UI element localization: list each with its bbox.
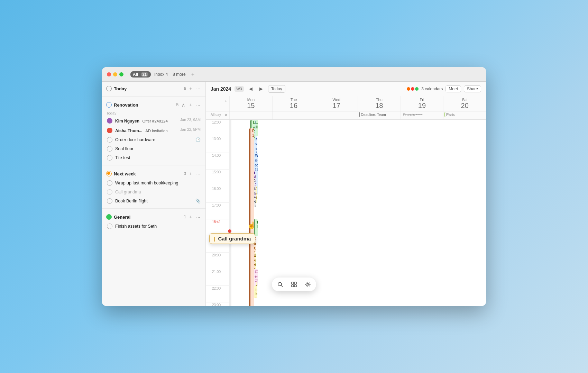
next-week-more-button[interactable]: ··· xyxy=(195,171,201,177)
kim-time: Jan 23, 9AM xyxy=(180,118,201,122)
allday-fri: Francis ~~~ xyxy=(401,111,443,119)
task-circle[interactable] xyxy=(107,189,112,195)
tab-bar: All 21 Inbox 4 8 more xyxy=(130,71,187,78)
day-cell[interactable] xyxy=(231,219,231,236)
day-cell[interactable] xyxy=(231,153,231,170)
sidebar: Today 6 + ··· Renovation 5 ∧ + xyxy=(102,82,206,306)
week-badge: W3 xyxy=(235,86,244,92)
task-label: Call grandma xyxy=(115,190,201,194)
days-header: + Mon 15 Tue 16 Wed 17 Thu xyxy=(206,96,486,111)
task-circle[interactable] xyxy=(107,155,112,161)
task-order-door[interactable]: Order door hardware 🕐 xyxy=(106,135,201,144)
paris-allday-event[interactable]: Paris xyxy=(444,112,485,117)
allday-wed xyxy=(315,111,358,119)
time-gutter xyxy=(222,253,229,269)
prev-week-button[interactable]: ◀ xyxy=(247,85,254,92)
day-cell[interactable] xyxy=(231,302,231,306)
task-finish-assets[interactable]: Finish assets for Seth xyxy=(106,222,201,231)
task-tile-test[interactable]: Tile test xyxy=(106,153,201,162)
time-gutter xyxy=(222,153,229,170)
deadline-event[interactable]: Deadline: Team xyxy=(359,112,399,117)
kim-info: Kim Nguyen Offer #240124 xyxy=(115,118,177,124)
meet-button[interactable]: Meet xyxy=(445,85,461,92)
time-label-1800: 18:41 xyxy=(206,219,222,236)
aisha-subject: AD invitation xyxy=(145,129,168,133)
close-button[interactable] xyxy=(107,72,111,76)
renovation-collapse-button[interactable]: ∧ xyxy=(181,102,186,108)
maximize-button[interactable] xyxy=(119,72,123,76)
general-icon xyxy=(106,214,112,220)
day-cell[interactable] xyxy=(231,269,231,286)
day-cell[interactable] xyxy=(231,136,231,153)
layout-toolbar-button[interactable] xyxy=(289,280,299,289)
next-week-title: Next week xyxy=(114,171,181,176)
next-week-button[interactable]: ▶ xyxy=(258,85,265,92)
today-add-button[interactable]: + xyxy=(188,85,193,92)
francis-event[interactable]: Francis ~~~ xyxy=(402,112,442,117)
time-label-2100: 21:00 xyxy=(206,269,222,286)
conversation-aisha[interactable]: Aisha Thom... AD invitation Jan 22, 5PM xyxy=(106,126,201,135)
task-circle[interactable] xyxy=(107,137,112,143)
task-bookkeeping[interactable]: Wrap up last month bookkeeping xyxy=(106,179,201,188)
time-label-2200: 22:00 xyxy=(206,286,222,302)
kim-avatar xyxy=(107,118,112,124)
dot-red xyxy=(411,87,414,91)
calendars-count[interactable]: 3 calendars xyxy=(421,87,443,91)
attachment-icon: 📎 xyxy=(195,199,201,203)
task-label: Wrap up last month bookkeeping xyxy=(115,181,201,185)
renovation-add-button[interactable]: + xyxy=(188,102,193,108)
traffic-lights xyxy=(107,72,123,76)
calendar-event[interactable]: Tennis18:00 xyxy=(254,219,258,236)
tab-inbox[interactable]: Inbox 4 xyxy=(153,71,169,78)
task-label: Book Berlin flight xyxy=(115,199,193,203)
task-circle[interactable] xyxy=(107,180,112,186)
day-cell[interactable] xyxy=(231,253,231,269)
tab-all[interactable]: All 21 xyxy=(130,71,151,78)
allday-x[interactable]: ✕ xyxy=(222,111,229,119)
task-label: Seal floor xyxy=(115,146,201,151)
calendar-header: Jan 2024 W3 ◀ ▶ Today 3 calendars Meet S… xyxy=(206,82,486,96)
share-button[interactable]: Share xyxy=(464,85,481,92)
day-header-fri19: Fri 19 xyxy=(401,96,443,111)
add-allday-button[interactable]: + xyxy=(222,96,229,103)
day-cell[interactable] xyxy=(231,236,231,253)
search-toolbar-button[interactable] xyxy=(275,280,285,289)
clock-icon: 🕐 xyxy=(195,137,201,142)
day-cell[interactable] xyxy=(231,170,231,186)
day-cell[interactable] xyxy=(231,120,231,136)
dot-orange xyxy=(407,87,410,91)
next-week-add-button[interactable]: + xyxy=(188,171,193,177)
renovation-section: Renovation 5 ∧ + ··· Today Kim Nguyen Of… xyxy=(102,98,205,164)
today-button[interactable]: Today xyxy=(268,85,285,93)
task-call-grandma[interactable]: Call grandma xyxy=(106,188,201,197)
calendar-dots xyxy=(407,87,419,91)
day-cell[interactable] xyxy=(231,286,231,302)
conversation-kim[interactable]: Kim Nguyen Offer #240124 Jan 23, 9AM xyxy=(106,116,201,126)
calendar-event[interactable]: Paris12:30 xyxy=(249,128,254,306)
minimize-button[interactable] xyxy=(113,72,117,76)
general-more-button[interactable]: ··· xyxy=(195,214,201,220)
add-tab-button[interactable]: + xyxy=(191,71,194,78)
tab-more[interactable]: 8 more xyxy=(171,71,187,78)
allday-thu: Deadline: Team xyxy=(358,111,401,119)
today-count-badge: 6 xyxy=(184,86,186,91)
aisha-name: Aisha Thom... xyxy=(115,128,143,133)
day-cell[interactable] xyxy=(231,186,231,203)
task-circle[interactable] xyxy=(107,146,112,152)
renovation-more-button[interactable]: ··· xyxy=(195,102,201,108)
day-cell[interactable] xyxy=(231,203,231,219)
day-header-tue16: Tue 16 xyxy=(272,96,315,111)
time-gutter xyxy=(222,203,229,219)
time-gutter-header xyxy=(206,96,222,111)
calendar-month-year: Jan 2024 xyxy=(211,86,231,92)
today-subsection-label: Today xyxy=(106,110,201,116)
task-circle[interactable] xyxy=(107,198,112,204)
svg-rect-3 xyxy=(294,282,296,284)
task-berlin-flight[interactable]: Book Berlin flight 📎 xyxy=(106,197,201,206)
task-seal-floor[interactable]: Seal floor xyxy=(106,144,201,153)
general-add-button[interactable]: + xyxy=(188,214,193,220)
settings-toolbar-button[interactable] xyxy=(303,280,313,289)
today-more-button[interactable]: ··· xyxy=(195,85,201,92)
task-circle[interactable] xyxy=(107,224,112,229)
svg-rect-5 xyxy=(294,285,296,287)
